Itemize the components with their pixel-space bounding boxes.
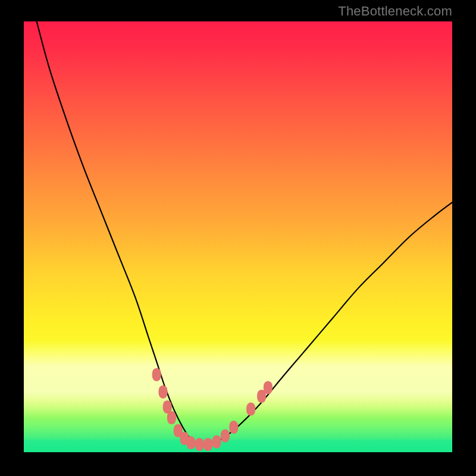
highlight-marker — [221, 429, 230, 442]
curve-layer — [24, 21, 452, 452]
highlight-marker — [152, 368, 161, 381]
chart-frame: TheBottleneck.com — [0, 0, 476, 476]
highlight-marker — [229, 421, 238, 434]
watermark-text: TheBottleneck.com — [338, 4, 452, 19]
highlight-marker — [264, 381, 273, 394]
bottleneck-curve — [37, 21, 452, 444]
highlight-marker — [186, 436, 195, 449]
highlight-marker — [195, 438, 204, 451]
plot-area — [24, 21, 452, 452]
highlight-marker — [159, 386, 168, 399]
highlight-marker — [167, 411, 176, 424]
highlight-marker — [212, 436, 221, 449]
highlight-marker — [203, 438, 212, 451]
highlight-markers — [152, 368, 273, 451]
highlight-marker — [246, 403, 255, 416]
